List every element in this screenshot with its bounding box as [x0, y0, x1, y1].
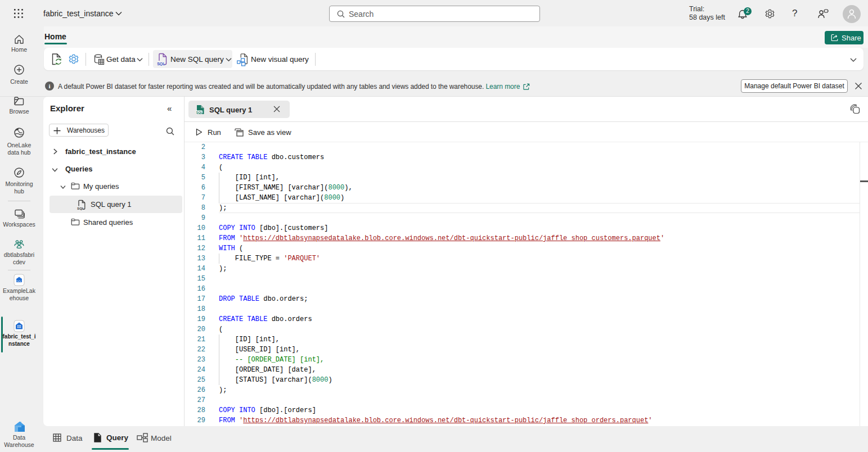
- svg-text:SQL: SQL: [77, 206, 84, 210]
- svg-text:SQL: SQL: [157, 62, 165, 66]
- svg-text:SQL: SQL: [196, 111, 203, 114]
